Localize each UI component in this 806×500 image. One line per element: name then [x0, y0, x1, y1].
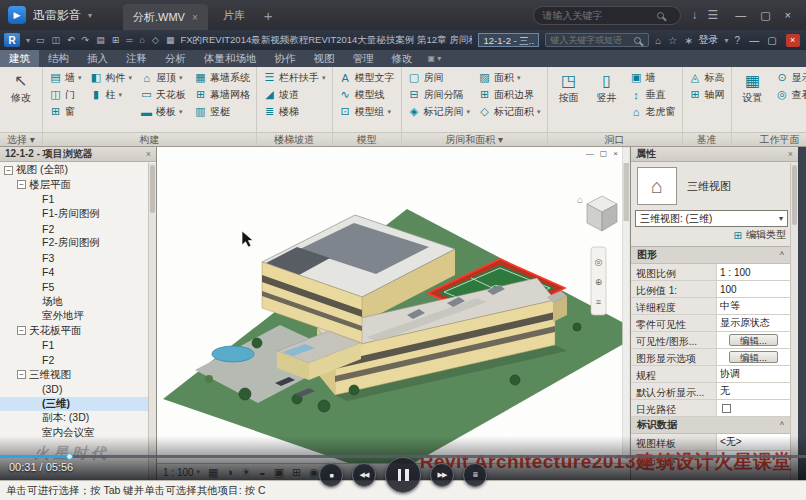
model-text-tool[interactable]: A模型文字 [336, 69, 398, 86]
property-value[interactable]: 编辑... [717, 349, 790, 365]
tree-item[interactable]: 场地 [0, 294, 148, 309]
download-icon[interactable]: ↓ [688, 8, 700, 22]
tree-item[interactable]: F5 [0, 280, 148, 295]
floor-tool[interactable]: ▬楼板▾ [137, 103, 189, 120]
door-tool[interactable]: ◫门 [46, 86, 85, 103]
redo-icon[interactable]: ↷ [82, 35, 90, 45]
tree-item[interactable]: 室外地坪 [0, 309, 148, 324]
measure-icon[interactable]: ⊞ [112, 35, 120, 45]
window-tool[interactable]: ⊞窗 [46, 103, 85, 120]
thin-lines-icon[interactable]: ▦ [166, 35, 175, 45]
favorites-icon[interactable]: ☆ [668, 35, 677, 46]
tree-item[interactable]: −天花板平面 [0, 324, 148, 339]
collapse-icon[interactable]: ^ [780, 250, 784, 260]
property-value[interactable]: 中等 [717, 298, 790, 314]
ribbon-panel-label[interactable]: 洞口 [548, 132, 682, 146]
align-icon[interactable]: ═ [126, 35, 132, 45]
player-app-name[interactable]: 迅雷影音 [33, 7, 81, 24]
tree-item[interactable]: 副本: (3D) [0, 411, 148, 426]
ribbon-panel-label[interactable]: 选择 ▾ [0, 132, 42, 146]
area-tool[interactable]: ▨面积▾ [475, 69, 544, 86]
curtain-grid-tool[interactable]: ⊞幕墙网格 [191, 86, 253, 103]
new-tab-button[interactable]: + [260, 7, 277, 24]
opening-by-face-tool[interactable]: ◳按面 [551, 69, 587, 103]
checkbox-icon[interactable] [722, 404, 731, 413]
section-icon[interactable]: ◇ [152, 35, 159, 45]
save-icon[interactable]: ◫ [52, 35, 61, 45]
player-tab-library[interactable]: 片库 [215, 8, 253, 23]
play-pause-button[interactable] [385, 457, 421, 493]
tag-room-tool[interactable]: ◈标记房间▾ [405, 103, 474, 120]
expander-icon[interactable]: − [17, 370, 26, 379]
tab-close-icon[interactable]: × [192, 12, 198, 23]
shaft-opening-tool[interactable]: ▯竖井 [589, 69, 625, 103]
property-section[interactable]: 图形^ [631, 247, 790, 264]
ribbon-panel-label[interactable]: 房间和面积 ▾ [402, 132, 547, 146]
tree-item[interactable]: F2 [0, 353, 148, 368]
component-tool[interactable]: ◧构件▾ [87, 69, 136, 86]
print-icon[interactable]: ▤ [96, 35, 105, 45]
minimize-button[interactable]: — [728, 9, 753, 22]
ribbon-tab[interactable]: 视图 [305, 50, 344, 67]
expander-icon[interactable]: − [17, 180, 26, 189]
infocenter-search-icon[interactable] [634, 37, 641, 44]
tree-item[interactable]: F1 [0, 192, 148, 207]
communication-center-icon[interactable]: ⌂ [655, 35, 661, 46]
tree-item[interactable]: F2 [0, 221, 148, 236]
view-minimize-icon[interactable]: — [586, 149, 594, 158]
viewcube[interactable]: ⌂ [577, 194, 617, 231]
tree-item[interactable]: −楼层平面 [0, 178, 148, 193]
property-value[interactable]: 显示原状态 [717, 315, 790, 331]
ribbon-tab[interactable]: 插入 [78, 50, 117, 67]
collapse-icon[interactable]: ^ [780, 420, 784, 430]
panel-close-icon[interactable]: × [146, 149, 151, 159]
property-value[interactable]: 100 [717, 281, 790, 297]
model-group-tool[interactable]: ⊡模型组▾ [336, 103, 398, 120]
tree-item[interactable]: −三维视图 [0, 367, 148, 382]
revit-menu-caret-icon[interactable]: ▾ [26, 36, 30, 45]
ribbon-tab[interactable]: 修改 [383, 50, 422, 67]
dormer-opening-tool[interactable]: ⌂老虎窗 [627, 103, 679, 120]
tree-item[interactable]: (三维) [0, 397, 148, 412]
property-value[interactable]: 协调 [717, 366, 790, 382]
property-section[interactable]: 标识数据^ [631, 417, 790, 434]
edit-type-button[interactable]: ⊞ 编辑类型 [631, 227, 798, 243]
ribbon-tab[interactable]: 管理 [344, 50, 383, 67]
tree-item[interactable]: F1 [0, 338, 148, 353]
tag-area-tool[interactable]: ◇标记面积▾ [475, 103, 544, 120]
room-tool[interactable]: ▢房间 [405, 69, 474, 86]
browser-scrollbar[interactable] [148, 163, 156, 480]
tree-item[interactable]: F3 [0, 251, 148, 266]
player-tab-active[interactable]: 分析.WMV × [123, 4, 208, 30]
exchange-apps-icon[interactable]: ∗ [684, 35, 692, 46]
property-value[interactable]: 无 [717, 383, 790, 399]
vertical-opening-tool[interactable]: ↕垂直 [627, 86, 679, 103]
help-button[interactable]: ? [735, 35, 741, 46]
show-workplane-tool[interactable]: ⊙显示 [773, 69, 806, 86]
search-icon[interactable] [657, 12, 664, 19]
tree-item[interactable]: F1-房间图例 [0, 207, 148, 222]
ramp-tool[interactable]: ◢坡道 [260, 86, 329, 103]
ribbon-panel-label[interactable]: 模型 [333, 132, 401, 146]
type-selector[interactable]: 三维视图: (三维) ▾ [635, 210, 788, 227]
selector-caret-icon[interactable]: ▾ [779, 214, 783, 223]
tree-item[interactable]: −视图 (全部) [0, 163, 148, 178]
room-separator-tool[interactable]: ⊟房间分隔 [405, 86, 474, 103]
expander-icon[interactable]: − [17, 326, 26, 335]
model-line-tool[interactable]: ∿模型线 [336, 86, 398, 103]
player-logo-icon[interactable]: ▶ [8, 6, 26, 24]
open-icon[interactable]: ▭ [36, 35, 45, 45]
property-value[interactable]: 编辑... [717, 332, 790, 348]
scrollbar-thumb[interactable] [792, 165, 797, 225]
default-3d-view-icon[interactable]: ⌂ [140, 35, 145, 45]
project-browser-header[interactable]: 12-1-2 - 项目浏览器 × [0, 147, 156, 162]
drawing-area[interactable]: — ▢ × [157, 147, 630, 480]
playlist-button[interactable]: ≣ [463, 463, 487, 487]
type-image[interactable]: ⌂ [637, 167, 677, 205]
ribbon-tab[interactable]: 分析 [156, 50, 195, 67]
wall-tool[interactable]: ▤墙▾ [46, 69, 85, 86]
tab-overflow-icon[interactable]: ▣ ▾ [422, 50, 448, 67]
ribbon-tab[interactable]: 注释 [117, 50, 156, 67]
panel-close-icon[interactable]: × [788, 149, 793, 159]
view-restore-icon[interactable]: ▢ [600, 149, 608, 158]
